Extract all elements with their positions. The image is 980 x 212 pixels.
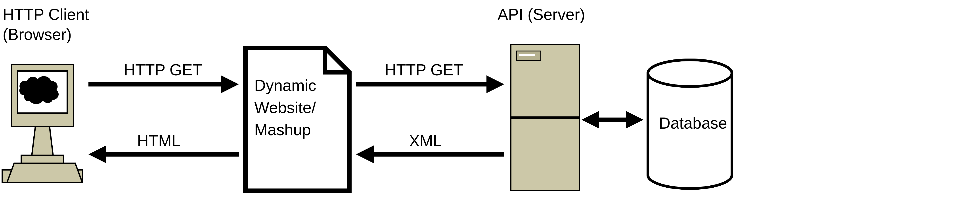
server-icon	[511, 44, 579, 191]
label-client-to-doc: HTTP GET	[124, 61, 202, 79]
label-doc-to-server: HTTP GET	[385, 61, 463, 79]
document-icon	[245, 48, 349, 191]
client-computer-icon	[2, 64, 83, 182]
doc-label-line3: Mashup	[254, 121, 311, 138]
database-label: Database	[659, 114, 727, 132]
client-title-line2: (Browser)	[3, 26, 72, 43]
svg-rect-7	[519, 54, 535, 56]
svg-rect-4	[21, 155, 64, 163]
architecture-diagram: HTTP Client (Browser) Dynamic Website/ M…	[0, 0, 980, 212]
arrow-server-db	[582, 111, 643, 128]
doc-label-line1: Dynamic	[254, 77, 316, 94]
api-title: API (Server)	[498, 6, 585, 23]
label-doc-to-client: HTML	[137, 132, 180, 150]
doc-label-line2: Website/	[254, 99, 316, 116]
svg-point-9	[648, 60, 732, 87]
client-title-line1: HTTP Client	[3, 6, 89, 23]
label-server-to-doc: XML	[409, 132, 442, 150]
